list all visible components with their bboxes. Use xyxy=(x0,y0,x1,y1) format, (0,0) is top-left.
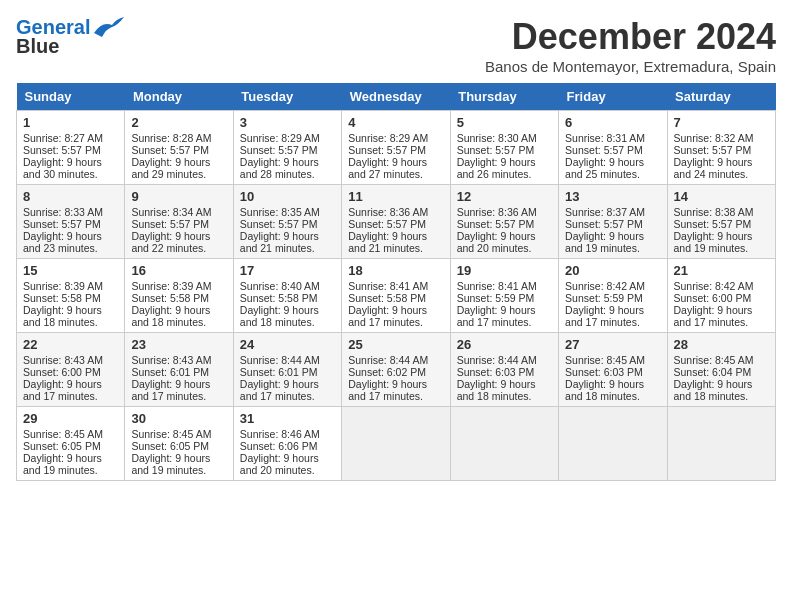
day-header-saturday: Saturday xyxy=(667,83,775,111)
day-info: Sunrise: 8:33 AMSunset: 5:57 PMDaylight:… xyxy=(23,206,103,254)
day-number: 9 xyxy=(131,189,226,204)
day-info: Sunrise: 8:31 AMSunset: 5:57 PMDaylight:… xyxy=(565,132,645,180)
table-row: 26Sunrise: 8:44 AMSunset: 6:03 PMDayligh… xyxy=(450,333,558,407)
calendar-body: 1Sunrise: 8:27 AMSunset: 5:57 PMDaylight… xyxy=(17,111,776,481)
day-number: 2 xyxy=(131,115,226,130)
table-row: 15Sunrise: 8:39 AMSunset: 5:58 PMDayligh… xyxy=(17,259,125,333)
table-row: 20Sunrise: 8:42 AMSunset: 5:59 PMDayligh… xyxy=(559,259,667,333)
table-row: 1Sunrise: 8:27 AMSunset: 5:57 PMDaylight… xyxy=(17,111,125,185)
day-info: Sunrise: 8:40 AMSunset: 5:58 PMDaylight:… xyxy=(240,280,320,328)
day-number: 10 xyxy=(240,189,335,204)
day-header-friday: Friday xyxy=(559,83,667,111)
day-info: Sunrise: 8:27 AMSunset: 5:57 PMDaylight:… xyxy=(23,132,103,180)
table-row: 10Sunrise: 8:35 AMSunset: 5:57 PMDayligh… xyxy=(233,185,341,259)
day-number: 14 xyxy=(674,189,769,204)
table-row: 30Sunrise: 8:45 AMSunset: 6:05 PMDayligh… xyxy=(125,407,233,481)
day-number: 1 xyxy=(23,115,118,130)
calendar-week-row: 1Sunrise: 8:27 AMSunset: 5:57 PMDaylight… xyxy=(17,111,776,185)
table-row: 8Sunrise: 8:33 AMSunset: 5:57 PMDaylight… xyxy=(17,185,125,259)
day-number: 18 xyxy=(348,263,443,278)
table-row: 19Sunrise: 8:41 AMSunset: 5:59 PMDayligh… xyxy=(450,259,558,333)
table-row: 27Sunrise: 8:45 AMSunset: 6:03 PMDayligh… xyxy=(559,333,667,407)
day-info: Sunrise: 8:29 AMSunset: 5:57 PMDaylight:… xyxy=(348,132,428,180)
day-info: Sunrise: 8:30 AMSunset: 5:57 PMDaylight:… xyxy=(457,132,537,180)
day-info: Sunrise: 8:36 AMSunset: 5:57 PMDaylight:… xyxy=(457,206,537,254)
table-row: 24Sunrise: 8:44 AMSunset: 6:01 PMDayligh… xyxy=(233,333,341,407)
location-title: Banos de Montemayor, Extremadura, Spain xyxy=(485,58,776,75)
calendar-week-row: 29Sunrise: 8:45 AMSunset: 6:05 PMDayligh… xyxy=(17,407,776,481)
day-info: Sunrise: 8:46 AMSunset: 6:06 PMDaylight:… xyxy=(240,428,320,476)
calendar-week-row: 22Sunrise: 8:43 AMSunset: 6:00 PMDayligh… xyxy=(17,333,776,407)
day-header-monday: Monday xyxy=(125,83,233,111)
table-row: 14Sunrise: 8:38 AMSunset: 5:57 PMDayligh… xyxy=(667,185,775,259)
day-info: Sunrise: 8:36 AMSunset: 5:57 PMDaylight:… xyxy=(348,206,428,254)
table-row: 6Sunrise: 8:31 AMSunset: 5:57 PMDaylight… xyxy=(559,111,667,185)
table-row: 3Sunrise: 8:29 AMSunset: 5:57 PMDaylight… xyxy=(233,111,341,185)
table-row: 7Sunrise: 8:32 AMSunset: 5:57 PMDaylight… xyxy=(667,111,775,185)
day-info: Sunrise: 8:38 AMSunset: 5:57 PMDaylight:… xyxy=(674,206,754,254)
day-number: 20 xyxy=(565,263,660,278)
calendar-header-row: SundayMondayTuesdayWednesdayThursdayFrid… xyxy=(17,83,776,111)
day-info: Sunrise: 8:32 AMSunset: 5:57 PMDaylight:… xyxy=(674,132,754,180)
table-row: 25Sunrise: 8:44 AMSunset: 6:02 PMDayligh… xyxy=(342,333,450,407)
day-number: 6 xyxy=(565,115,660,130)
day-number: 15 xyxy=(23,263,118,278)
table-row: 4Sunrise: 8:29 AMSunset: 5:57 PMDaylight… xyxy=(342,111,450,185)
table-row: 29Sunrise: 8:45 AMSunset: 6:05 PMDayligh… xyxy=(17,407,125,481)
table-row xyxy=(667,407,775,481)
day-number: 21 xyxy=(674,263,769,278)
day-number: 28 xyxy=(674,337,769,352)
day-info: Sunrise: 8:44 AMSunset: 6:03 PMDaylight:… xyxy=(457,354,537,402)
day-info: Sunrise: 8:44 AMSunset: 6:01 PMDaylight:… xyxy=(240,354,320,402)
day-number: 7 xyxy=(674,115,769,130)
table-row: 17Sunrise: 8:40 AMSunset: 5:58 PMDayligh… xyxy=(233,259,341,333)
table-row: 23Sunrise: 8:43 AMSunset: 6:01 PMDayligh… xyxy=(125,333,233,407)
logo-bird-icon xyxy=(94,17,124,39)
day-info: Sunrise: 8:43 AMSunset: 6:01 PMDaylight:… xyxy=(131,354,211,402)
day-number: 24 xyxy=(240,337,335,352)
table-row: 12Sunrise: 8:36 AMSunset: 5:57 PMDayligh… xyxy=(450,185,558,259)
day-info: Sunrise: 8:37 AMSunset: 5:57 PMDaylight:… xyxy=(565,206,645,254)
table-row: 5Sunrise: 8:30 AMSunset: 5:57 PMDaylight… xyxy=(450,111,558,185)
day-info: Sunrise: 8:39 AMSunset: 5:58 PMDaylight:… xyxy=(131,280,211,328)
month-title: December 2024 xyxy=(485,16,776,58)
day-info: Sunrise: 8:45 AMSunset: 6:03 PMDaylight:… xyxy=(565,354,645,402)
day-number: 31 xyxy=(240,411,335,426)
day-number: 12 xyxy=(457,189,552,204)
table-row: 16Sunrise: 8:39 AMSunset: 5:58 PMDayligh… xyxy=(125,259,233,333)
day-header-tuesday: Tuesday xyxy=(233,83,341,111)
day-number: 26 xyxy=(457,337,552,352)
day-number: 22 xyxy=(23,337,118,352)
page-header: General Blue December 2024 Banos de Mont… xyxy=(16,16,776,75)
table-row: 31Sunrise: 8:46 AMSunset: 6:06 PMDayligh… xyxy=(233,407,341,481)
day-info: Sunrise: 8:42 AMSunset: 6:00 PMDaylight:… xyxy=(674,280,754,328)
day-number: 23 xyxy=(131,337,226,352)
table-row: 13Sunrise: 8:37 AMSunset: 5:57 PMDayligh… xyxy=(559,185,667,259)
day-info: Sunrise: 8:41 AMSunset: 5:58 PMDaylight:… xyxy=(348,280,428,328)
day-header-thursday: Thursday xyxy=(450,83,558,111)
table-row xyxy=(559,407,667,481)
day-info: Sunrise: 8:29 AMSunset: 5:57 PMDaylight:… xyxy=(240,132,320,180)
day-info: Sunrise: 8:43 AMSunset: 6:00 PMDaylight:… xyxy=(23,354,103,402)
table-row xyxy=(450,407,558,481)
logo: General Blue xyxy=(16,16,124,58)
day-header-wednesday: Wednesday xyxy=(342,83,450,111)
day-header-sunday: Sunday xyxy=(17,83,125,111)
day-number: 30 xyxy=(131,411,226,426)
table-row: 28Sunrise: 8:45 AMSunset: 6:04 PMDayligh… xyxy=(667,333,775,407)
day-info: Sunrise: 8:41 AMSunset: 5:59 PMDaylight:… xyxy=(457,280,537,328)
day-number: 17 xyxy=(240,263,335,278)
day-info: Sunrise: 8:39 AMSunset: 5:58 PMDaylight:… xyxy=(23,280,103,328)
day-number: 4 xyxy=(348,115,443,130)
calendar-week-row: 8Sunrise: 8:33 AMSunset: 5:57 PMDaylight… xyxy=(17,185,776,259)
title-block: December 2024 Banos de Montemayor, Extre… xyxy=(485,16,776,75)
day-number: 3 xyxy=(240,115,335,130)
table-row: 9Sunrise: 8:34 AMSunset: 5:57 PMDaylight… xyxy=(125,185,233,259)
day-info: Sunrise: 8:45 AMSunset: 6:04 PMDaylight:… xyxy=(674,354,754,402)
day-number: 11 xyxy=(348,189,443,204)
calendar-week-row: 15Sunrise: 8:39 AMSunset: 5:58 PMDayligh… xyxy=(17,259,776,333)
table-row: 2Sunrise: 8:28 AMSunset: 5:57 PMDaylight… xyxy=(125,111,233,185)
table-row: 18Sunrise: 8:41 AMSunset: 5:58 PMDayligh… xyxy=(342,259,450,333)
table-row: 22Sunrise: 8:43 AMSunset: 6:00 PMDayligh… xyxy=(17,333,125,407)
day-number: 25 xyxy=(348,337,443,352)
